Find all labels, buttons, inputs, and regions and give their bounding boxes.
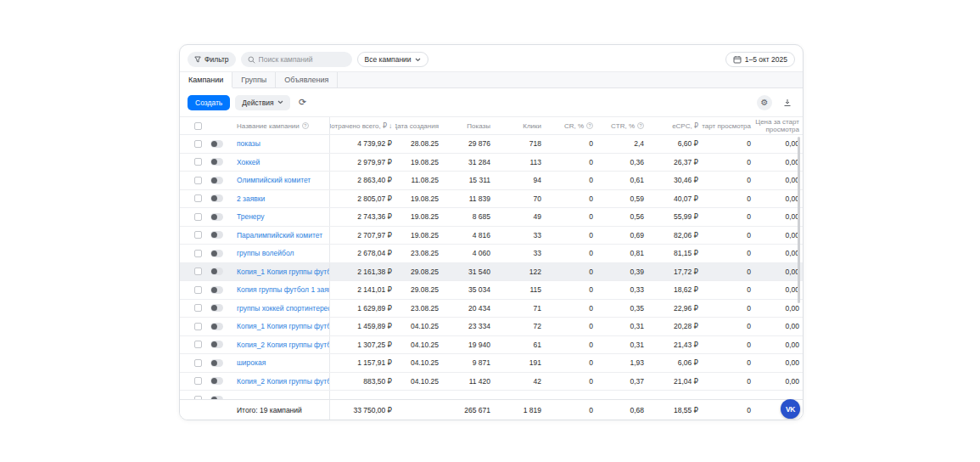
spent-cell: 2 863,40 ₽ xyxy=(330,172,395,189)
row-checkbox[interactable] xyxy=(194,231,202,239)
campaign-name-link[interactable]: Копия_1 Копия группы футбол 1... xyxy=(237,268,329,276)
col-ecpc[interactable]: eCPC, ₽ xyxy=(647,117,702,134)
campaign-status-toggle[interactable] xyxy=(210,177,223,184)
search-box[interactable] xyxy=(241,52,352,67)
campaign-name-link[interactable]: Паралимпийский комитет xyxy=(237,231,329,239)
actions-menu-button[interactable]: Действия xyxy=(235,95,289,110)
row-select-cell xyxy=(180,245,209,262)
tab-campaigns[interactable]: Кампании xyxy=(180,72,232,87)
col-clicks[interactable]: Клики xyxy=(494,117,545,134)
shows-cell: 11 420 xyxy=(442,373,494,391)
settings-button[interactable]: ⚙ xyxy=(757,95,772,110)
row-checkbox[interactable] xyxy=(194,286,202,294)
campaign-status-toggle[interactable] xyxy=(210,250,223,257)
campaign-name-link[interactable]: группы хоккей спортинтерес xyxy=(237,304,329,313)
date-cell: 04.10.25 xyxy=(395,354,442,372)
search-input[interactable] xyxy=(259,55,345,64)
campaign-status-toggle[interactable] xyxy=(210,377,223,385)
action-bar: Создать Действия ⟳ ⚙ xyxy=(180,88,803,116)
row-checkbox[interactable] xyxy=(194,359,202,367)
row-checkbox[interactable] xyxy=(194,304,202,312)
campaign-name-link[interactable]: 2 заявки xyxy=(237,194,329,203)
campaign-name-cell: группы хоккей спортинтерес xyxy=(231,300,330,318)
view-start-cell: 0 xyxy=(702,373,754,391)
campaign-status-toggle[interactable] xyxy=(210,359,223,367)
create-button[interactable]: Создать xyxy=(188,95,230,110)
date-cell: 04.10.25 xyxy=(395,373,442,391)
view-start-cell: 0 xyxy=(702,336,754,354)
campaign-name-link[interactable]: группы волейбол xyxy=(237,249,329,257)
campaign-name-link[interactable]: Олимпийский комитет xyxy=(237,176,329,184)
campaign-status-toggle[interactable] xyxy=(210,304,223,312)
campaign-name-link[interactable]: Копия_1 Копия группы футбол 1... xyxy=(237,322,329,330)
row-checkbox[interactable] xyxy=(194,341,202,348)
row-checkbox[interactable] xyxy=(194,377,202,385)
campaign-status-toggle[interactable] xyxy=(210,323,223,330)
totals-view-start: 0 xyxy=(702,400,754,420)
view-price-cell: 0,00 xyxy=(754,354,803,372)
row-checkbox[interactable] xyxy=(194,268,202,275)
campaign-name-link[interactable]: Копия_2 Копия группы футбол ... xyxy=(237,341,329,349)
campaign-status-toggle[interactable] xyxy=(210,286,223,294)
info-icon[interactable]: ? xyxy=(637,122,644,129)
campaign-name-link[interactable]: Копия_2 Копия группы футбол ... xyxy=(237,377,329,386)
row-checkbox[interactable] xyxy=(194,213,202,221)
vk-logo[interactable]: VK xyxy=(781,399,800,419)
col-view-start[interactable]: Старт просмотра xyxy=(702,117,754,134)
shows-cell: 31 540 xyxy=(442,263,494,281)
ecpc-cell: 26,37 ₽ xyxy=(647,154,702,172)
ecpc-cell: 18,62 ₽ xyxy=(647,281,702,299)
col-view-price[interactable]: Цена за старт просмотра xyxy=(754,117,803,134)
info-icon[interactable]: ? xyxy=(586,122,593,129)
view-start-cell: 0 xyxy=(702,300,754,318)
campaign-name-link[interactable]: Хоккей xyxy=(237,158,329,166)
tab-groups[interactable]: Группы xyxy=(232,72,276,87)
row-select-cell xyxy=(180,154,209,172)
campaign-status-toggle[interactable] xyxy=(210,341,223,348)
info-icon[interactable]: ? xyxy=(302,122,309,129)
actions-menu-label: Действия xyxy=(242,99,273,107)
select-all-checkbox[interactable] xyxy=(194,122,202,130)
row-checkbox[interactable] xyxy=(194,194,202,202)
clicks-cell: 94 xyxy=(494,172,545,189)
campaign-scope-label: Все кампании xyxy=(365,55,412,64)
col-spent[interactable]: Потрачено всего, ₽ ↓ xyxy=(330,117,395,134)
tab-ads[interactable]: Объявления xyxy=(276,72,338,87)
col-name[interactable]: Название кампании ? xyxy=(231,117,330,134)
row-status-cell xyxy=(209,208,231,226)
ctr-cell: 0,37 xyxy=(596,373,647,391)
clicks-cell: 33 xyxy=(494,227,545,245)
shows-cell: 11 839 xyxy=(442,190,494,208)
campaign-status-toggle[interactable] xyxy=(210,158,223,166)
campaign-status-toggle[interactable] xyxy=(210,194,223,202)
clicks-cell: 113 xyxy=(494,154,545,172)
vertical-scrollbar[interactable] xyxy=(798,137,800,303)
row-checkbox[interactable] xyxy=(194,323,202,330)
row-checkbox[interactable] xyxy=(194,250,202,257)
col-date[interactable]: Дата создания xyxy=(395,117,442,134)
row-checkbox[interactable] xyxy=(194,140,202,148)
campaign-status-toggle[interactable] xyxy=(210,231,223,239)
campaign-status-toggle[interactable] xyxy=(210,213,223,221)
totals-label: Итого: 19 кампаний xyxy=(231,400,330,420)
campaign-status-toggle[interactable] xyxy=(210,268,223,275)
row-checkbox[interactable] xyxy=(194,158,202,166)
col-shows[interactable]: Показы xyxy=(442,117,494,134)
date-cell: 29.08.25 xyxy=(395,281,442,299)
campaign-status-toggle[interactable] xyxy=(210,140,223,148)
campaign-name-link[interactable]: показы xyxy=(237,139,329,148)
refresh-button[interactable]: ⟳ xyxy=(295,95,311,110)
filter-button[interactable]: Фильтр xyxy=(188,52,236,67)
ctr-cell: 2,4 xyxy=(596,135,647,153)
table-row: Копия_2 Копия группы футбол ... 1 307,25… xyxy=(180,336,803,355)
col-ctr[interactable]: CTR, % ? xyxy=(596,117,647,134)
col-cr[interactable]: CR, % ? xyxy=(545,117,596,134)
campaign-name-link[interactable]: Копия группы футбол 1 заявка xyxy=(237,285,329,294)
row-checkbox[interactable] xyxy=(194,177,202,184)
campaign-name-link[interactable]: Тренеру xyxy=(237,212,329,221)
date-range-picker[interactable]: 1–5 окт 2025 xyxy=(725,52,795,67)
campaign-scope-select[interactable]: Все кампании xyxy=(357,52,428,67)
export-button[interactable] xyxy=(780,95,795,110)
campaign-name-link[interactable]: широкая xyxy=(237,358,329,367)
table-row: группы волейбол 2 678,04 ₽ 23.08.25 4 06… xyxy=(180,245,803,263)
